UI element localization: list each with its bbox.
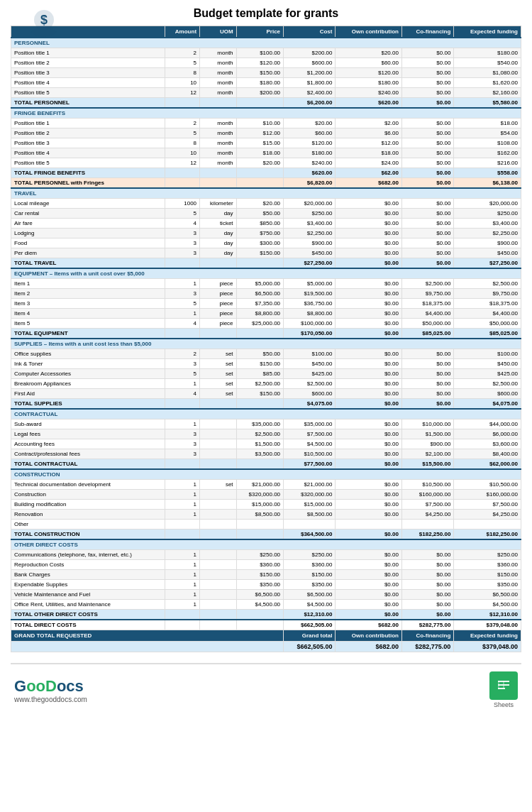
col-cofinancing: Co-financing — [401, 26, 453, 38]
grand-total-val-grand: $662,505.00 — [284, 642, 336, 652]
section-contractual-header: CONTRACTUAL — [11, 409, 521, 419]
section-construction-header: CONSTRUCTION — [11, 469, 521, 480]
table-row: Item 4 1 piece $8,800.00 $8,800.00 $0.00… — [11, 309, 521, 319]
table-row: Building modification 1 $15,000.00 $15,0… — [11, 500, 521, 510]
section-supplies-label: SUPPLIES – Items with a unit cost less t… — [11, 339, 521, 349]
section-travel-header: TRAVEL — [11, 188, 521, 199]
table-row: Per diem 3 day $150.00 $450.00 $0.00 $0.… — [11, 248, 521, 258]
section-personnel-header: PERSONNEL — [11, 38, 521, 48]
svg-text:$: $ — [40, 13, 48, 27]
table-row: Ink & Toner 3 set $150.00 $450.00 $0.00 … — [11, 359, 521, 369]
footer: GooDocs www.thegooddocs.com Sheets — [11, 663, 521, 708]
col-amount: Amount — [165, 26, 200, 38]
table-row: Position title 2 5 month $12.00 $60.00 $… — [11, 128, 521, 138]
table-row: Item 3 5 piece $7,350.00 $36,750.00 $0.0… — [11, 299, 521, 309]
table-row: Contract/professional fees 3 $3,500.00 $… — [11, 449, 521, 459]
table-row: Vehicle Maintenance and Fuel 1 $6,500.00… — [11, 590, 521, 600]
table-row: Reproduction Costs 1 $360.00 $360.00 $0.… — [11, 560, 521, 570]
sheets-icon — [489, 671, 518, 700]
total-personnel-fringes-row: TOTAL PERSONNEL with Fringes $6,820.00 $… — [11, 178, 521, 189]
page: $ Budget template for grants Amount UOM … — [0, 0, 532, 723]
table-row: Sub-award 1 $35,000.00 $35,000.00 $0.00 … — [11, 419, 521, 429]
grand-total-val-own: $682.00 — [336, 642, 401, 652]
item-expected: $180.00 — [454, 48, 521, 58]
page-title: Budget template for grants — [194, 7, 338, 20]
logo-oo: oo — [26, 677, 45, 695]
total-travel-row: TOTAL TRAVEL $27,250.00 $0.00 $0.00 $27,… — [11, 258, 521, 269]
logo-icon: $ — [25, 7, 64, 40]
grand-total-col-cofinancing: Co-financing — [401, 630, 453, 642]
col-uom: UOM — [200, 26, 237, 38]
footer-sheets: Sheets — [489, 671, 518, 708]
grand-total-val-cofinancing: $282,775.00 — [401, 642, 453, 652]
grand-total-header-row: GRAND TOTAL REQUESTED Grand total Own co… — [11, 630, 521, 642]
table-row: Local mileage 1000 kilometer $20.00 $20,… — [11, 199, 521, 209]
table-row: Position title 3 8 month $150.00 $1,200.… — [11, 68, 521, 78]
grand-total-values-row: $662,505.00 $682.00 $282,775.00 $379,048… — [11, 642, 521, 652]
section-construction-label: CONSTRUCTION — [11, 469, 521, 480]
table-row: Position title 3 8 month $15.00 $120.00 … — [11, 138, 521, 148]
table-row: Position title 1 2 month $10.00 $20.00 $… — [11, 119, 521, 128]
table-row: Item 2 3 piece $6,500.00 $19,500.00 $0.0… — [11, 289, 521, 299]
table-row: Position title 5 12 month $20.00 $240.00… — [11, 158, 521, 168]
logo-d: D — [45, 677, 57, 695]
grand-total-col-own: Own contribution — [336, 630, 401, 642]
section-equipment-header: EQUIPMENT – Items with a unit cost over … — [11, 268, 521, 279]
section-contractual-label: CONTRACTUAL — [11, 409, 521, 419]
table-row: Lodging 3 day $750.00 $2,250.00 $0.00 $0… — [11, 229, 521, 238]
sheets-label: Sheets — [494, 701, 514, 708]
grand-total-col-grand: Grand total — [284, 630, 336, 642]
table-row: Accounting fees 3 $1,500.00 $4,500.00 $0… — [11, 439, 521, 449]
section-equipment-label: EQUIPMENT – Items with a unit cost over … — [11, 268, 521, 279]
table-row: Car rental 5 day $50.00 $250.00 $0.00 $0… — [11, 209, 521, 219]
item-uom: month — [200, 48, 237, 58]
footer-url: www.thegooddocs.com — [14, 696, 87, 703]
section-travel-label: TRAVEL — [11, 188, 521, 199]
item-own: $20.00 — [336, 48, 401, 58]
table-row: Expendable Supplies 1 $350.00 $350.00 $0… — [11, 580, 521, 590]
column-headers: Amount UOM Price Cost Own contribution C… — [11, 26, 521, 38]
total-contractual-row: TOTAL CONTRACTUAL $77,500.00 $0.00 $15,5… — [11, 459, 521, 470]
item-amount: 2 — [165, 48, 200, 58]
section-fringe-label: FRINGE BENEFITS — [11, 108, 521, 119]
col-own: Own contribution — [336, 26, 401, 38]
item-price: $100.00 — [236, 48, 283, 58]
section-supplies-header: SUPPLIES – Items with a unit cost less t… — [11, 339, 521, 349]
table-row: Office Rent, Utilities, and Maintenance … — [11, 600, 521, 610]
item-cost: $200.00 — [284, 48, 336, 58]
table-row: First Aid 4 set $150.00 $600.00 $0.00 $0… — [11, 389, 521, 399]
table-row: Technical documentation development 1 se… — [11, 480, 521, 490]
total-other-row: TOTAL OTHER DIRECT COSTS $12,310.00 $0.0… — [11, 610, 521, 620]
grand-total-col-expected: Expected funding — [454, 630, 521, 642]
table-row: Food 3 day $300.00 $900.00 $0.00 $0.00 $… — [11, 238, 521, 248]
logo-ocs: ocs — [57, 677, 84, 695]
section-personnel-label: PERSONNEL — [11, 38, 521, 48]
table-row: Item 1 1 piece $5,000.00 $5,000.00 $0.00… — [11, 279, 521, 289]
item-name: Position title 1 — [11, 48, 165, 58]
svg-rect-6 — [498, 681, 499, 689]
section-other-header: OTHER DIRECT COSTS — [11, 539, 521, 550]
budget-table: Amount UOM Price Cost Own contribution C… — [11, 26, 521, 652]
total-supplies-row: TOTAL SUPPLIES $4,075.00 $0.00 $0.00 $4,… — [11, 399, 521, 410]
grand-total-val-expected: $379,048.00 — [454, 642, 521, 652]
total-direct-costs-row: TOTAL DIRECT COSTS $662,505.00 $682.00 $… — [11, 620, 521, 630]
table-row: Position title 4 10 month $180.00 $1,800… — [11, 78, 521, 88]
logo-text: GooDocs — [14, 677, 87, 696]
table-row: Item 5 4 piece $25,000.00 $100,000.00 $0… — [11, 319, 521, 329]
footer-logo: GooDocs www.thegooddocs.com — [14, 677, 87, 703]
table-row: Renovation 1 $8,500.00 $8,500.00 $0.00 $… — [11, 510, 521, 520]
svg-rect-7 — [503, 681, 504, 689]
table-row: Position title 4 10 month $18.00 $180.00… — [11, 148, 521, 158]
total-fringe-row: TOTAL FRINGE BENEFITS $620.00 $62.00 $0.… — [11, 168, 521, 178]
table-row: Office supplies 2 set $50.00 $100.00 $0.… — [11, 349, 521, 359]
section-other-label: OTHER DIRECT COSTS — [11, 539, 521, 550]
grand-total-label: GRAND TOTAL REQUESTED — [11, 630, 284, 642]
table-row: Legal fees 3 $2,500.00 $7,500.00 $0.00 $… — [11, 429, 521, 439]
table-row: Breakroom Appliances 1 set $2,500.00 $2,… — [11, 379, 521, 389]
total-equipment-row: TOTAL EQUIPMENT $170,050.00 $0.00 $85,02… — [11, 329, 521, 339]
logo-goo: G — [14, 677, 26, 695]
total-personnel-row: TOTAL PERSONNEL $6,200.00 $620.00 $0.00 … — [11, 98, 521, 109]
section-fringe-header: FRINGE BENEFITS — [11, 108, 521, 119]
table-row: Air fare 4 ticket $850.00 $3,400.00 $0.0… — [11, 219, 521, 229]
col-cost: Cost — [284, 26, 336, 38]
